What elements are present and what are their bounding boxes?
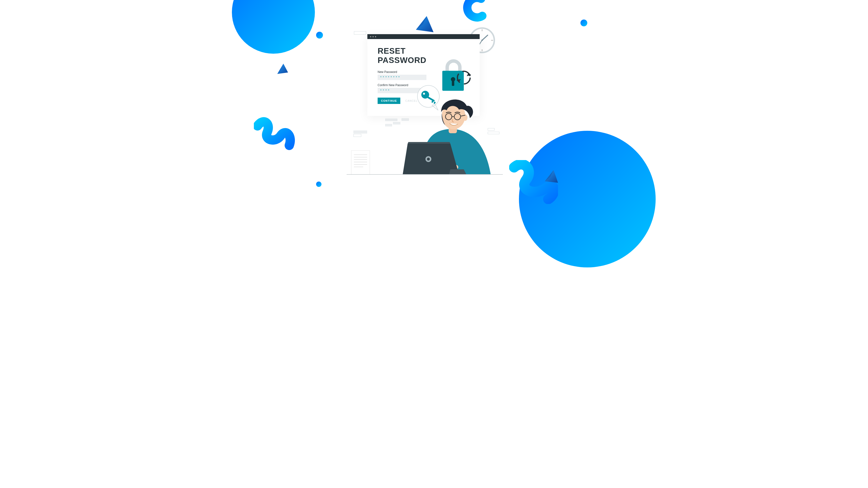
triangle-icon (414, 14, 436, 34)
placeholder-box (353, 134, 361, 137)
titlebar-dot (372, 36, 374, 37)
titlebar-dot (375, 36, 376, 37)
dot-decoration (316, 182, 321, 187)
dot-decoration (316, 32, 323, 38)
placeholder-box (354, 31, 366, 35)
triangle-icon (275, 62, 290, 76)
svg-marker-4 (545, 170, 558, 183)
svg-marker-0 (277, 64, 288, 74)
dot-decoration (581, 20, 587, 26)
svg-point-13 (482, 39, 483, 41)
svg-point-40 (427, 158, 430, 161)
placeholder-box (353, 131, 367, 133)
blob-top-left (232, 0, 315, 54)
squiggle-icon (458, 0, 492, 24)
desk-line (347, 174, 503, 175)
titlebar-dot (370, 36, 371, 37)
triangle-icon (544, 169, 560, 185)
squiggle-icon (254, 116, 296, 155)
new-password-field[interactable] (378, 75, 427, 80)
person-illustration (388, 82, 505, 174)
svg-rect-14 (351, 151, 370, 174)
window-titlebar (367, 34, 479, 39)
document-icon (351, 150, 370, 175)
svg-marker-2 (416, 16, 434, 32)
